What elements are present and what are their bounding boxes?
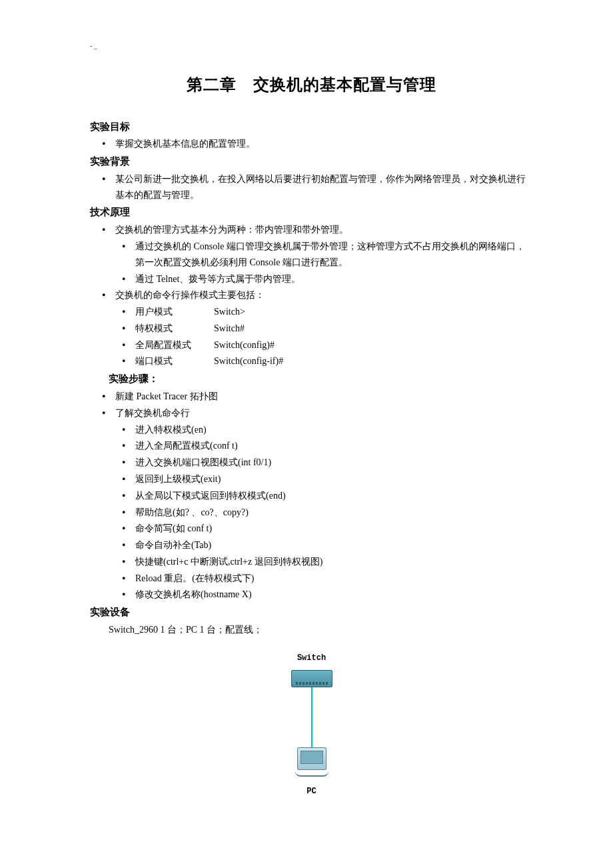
chapter-title: 第二章 交换机的基本配置与管理 bbox=[90, 71, 533, 99]
tech-telnet: 通过 Telnet、拨号等方式属于带内管理。 bbox=[135, 271, 533, 287]
step-cli: 了解交换机命令行 bbox=[115, 405, 533, 421]
topology-diagram: Switch PC bbox=[90, 651, 533, 799]
switch-label: Switch bbox=[90, 651, 533, 665]
tech-mgmt-types: 交换机的管理方式基本分为两种：带内管理和带外管理。 bbox=[115, 222, 533, 238]
cli-item: 命令自动补全(Tab) bbox=[135, 537, 533, 553]
mode-value: Switch# bbox=[214, 321, 245, 337]
tech-console: 通过交换机的 Console 端口管理交换机属于带外管理；这种管理方式不占用交换… bbox=[135, 239, 533, 271]
equipment-line: Switch_2960 1 台；PC 1 台；配置线； bbox=[90, 622, 533, 638]
tech-modes-heading: 交换机的命令行操作模式主要包括： bbox=[115, 287, 533, 303]
cli-item: 进入全局配置模式(conf t) bbox=[135, 438, 533, 454]
background-heading: 实验背景 bbox=[90, 153, 533, 170]
pc-label: PC bbox=[90, 785, 533, 798]
goal-item: 掌握交换机基本信息的配置管理。 bbox=[115, 136, 533, 152]
equipment-heading: 实验设备 bbox=[90, 604, 533, 621]
cli-item: 进入交换机端口视图模式(int f0/1) bbox=[135, 455, 533, 471]
cli-item: 快捷键(ctrl+c 中断测试,ctrl+z 退回到特权视图) bbox=[135, 554, 533, 570]
step-topology: 新建 Packet Tracer 拓扑图 bbox=[115, 389, 533, 405]
cli-item: 帮助信息(如? 、co?、copy?) bbox=[135, 505, 533, 521]
pc-stand-icon bbox=[295, 771, 328, 777]
mode-global: 全局配置模式Switch(config)# bbox=[135, 337, 533, 353]
mode-value: Switch(config-if)# bbox=[214, 353, 283, 369]
mode-value: Switch(config)# bbox=[214, 337, 275, 353]
pc-icon bbox=[297, 747, 326, 770]
cli-item: 命令简写(如 conf t) bbox=[135, 521, 533, 537]
page-mark: - _ bbox=[90, 40, 533, 51]
mode-port: 端口模式Switch(config-if)# bbox=[135, 353, 533, 369]
cli-item: 返回到上级模式(exit) bbox=[135, 471, 533, 487]
steps-heading: 实验步骤： bbox=[90, 371, 533, 387]
switch-icon bbox=[291, 670, 332, 687]
mode-label: 特权模式 bbox=[135, 321, 214, 337]
cli-item: 进入特权模式(en) bbox=[135, 422, 533, 438]
background-item: 某公司新进一批交换机，在投入网络以后要进行初始配置与管理，你作为网络管理员，对交… bbox=[115, 171, 533, 203]
mode-label: 用户模式 bbox=[135, 304, 214, 320]
cli-item: Reload 重启。(在特权模式下) bbox=[135, 571, 533, 587]
mode-value: Switch> bbox=[214, 304, 245, 320]
mode-priv: 特权模式Switch# bbox=[135, 321, 533, 337]
mode-label: 端口模式 bbox=[135, 353, 214, 369]
goal-heading: 实验目标 bbox=[90, 119, 533, 135]
cli-item: 修改交换机名称(hostname X) bbox=[135, 587, 533, 603]
mode-label: 全局配置模式 bbox=[135, 337, 214, 353]
cable-icon bbox=[311, 687, 312, 747]
mode-user: 用户模式Switch> bbox=[135, 304, 533, 320]
cli-item: 从全局以下模式返回到特权模式(end) bbox=[135, 488, 533, 504]
tech-heading: 技术原理 bbox=[90, 204, 533, 221]
